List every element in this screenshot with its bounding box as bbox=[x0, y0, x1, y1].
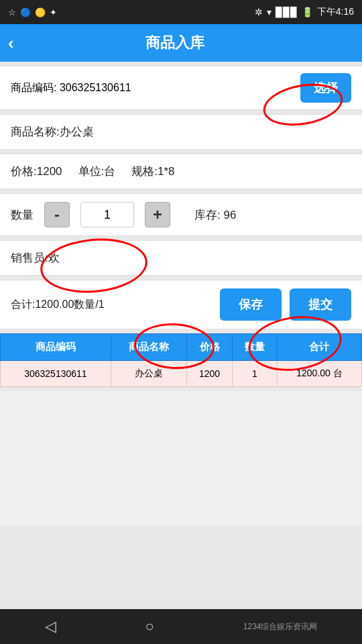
col-header-total: 合计 bbox=[277, 334, 361, 361]
spec-label: 规格:1*8 bbox=[131, 164, 174, 179]
battery-icon: 🔋 bbox=[302, 7, 313, 17]
col-header-price: 价格 bbox=[186, 334, 232, 361]
table-header-row: 商品编码 商品名称 价格 数量 合计 bbox=[1, 334, 362, 361]
bluetooth-icon: ✲ bbox=[255, 7, 263, 17]
col-header-code: 商品编码 bbox=[1, 334, 111, 361]
status-bar: ☆ 🔵 🟡 ✦ ✲ ▾ ▉▉▉ 🔋 下午4:16 bbox=[0, 0, 362, 24]
bottom-nav: ◁ ○ 1234综合娱乐资讯网 bbox=[0, 609, 362, 644]
product-name-label: 商品名称: bbox=[11, 124, 60, 140]
quantity-input[interactable] bbox=[80, 202, 134, 227]
status-left-icons: ☆ 🔵 🟡 ✦ bbox=[8, 7, 57, 17]
cell-qty: 1 bbox=[233, 361, 278, 387]
col-header-qty: 数量 bbox=[233, 334, 278, 361]
status-icon-1: ☆ bbox=[8, 7, 16, 17]
time-display: 下午4:16 bbox=[317, 6, 354, 18]
minus-button[interactable]: - bbox=[44, 202, 70, 227]
product-code-section: 商品编码: 306325130611 选择 bbox=[0, 66, 362, 110]
unit-value: 台 bbox=[104, 165, 115, 178]
cell-total: 1200.00 台 bbox=[277, 361, 361, 387]
cell-price: 1200 bbox=[186, 361, 232, 387]
stock-info: 库存: 96 bbox=[194, 207, 236, 223]
empty-area bbox=[0, 391, 362, 525]
product-name-value: 办公桌 bbox=[60, 124, 351, 140]
stock-value: 96 bbox=[223, 209, 236, 221]
price-label: 价格:1200 bbox=[11, 164, 62, 179]
table-row: 306325130611 办公桌 1200 1 1200.00 台 bbox=[1, 361, 362, 387]
signal-icon: ▉▉▉ bbox=[276, 7, 298, 17]
price-value: 1200 bbox=[37, 165, 62, 178]
page-title: 商品入库 bbox=[25, 33, 326, 53]
home-nav-icon[interactable]: ○ bbox=[145, 618, 154, 635]
status-icon-3: 🟡 bbox=[35, 7, 46, 17]
price-unit-spec-section: 价格:1200 单位:台 规格:1*8 bbox=[0, 154, 362, 189]
col-header-name: 商品名称 bbox=[111, 334, 186, 361]
salesperson-value: 欢 bbox=[48, 250, 351, 266]
quantity-label: 数量 bbox=[11, 207, 34, 223]
select-button[interactable]: 选择 bbox=[300, 73, 351, 103]
salesperson-section: 销售员: 欢 bbox=[0, 240, 362, 276]
app-header: ‹ 商品入库 bbox=[0, 24, 362, 62]
back-button[interactable]: ‹ bbox=[8, 33, 14, 54]
save-button[interactable]: 保存 bbox=[220, 288, 282, 321]
status-icon-2: 🔵 bbox=[20, 7, 31, 17]
total-section: 合计:1200.00数量/1 保存 提交 bbox=[0, 280, 362, 329]
cell-name: 办公桌 bbox=[111, 361, 186, 387]
quantity-section: 数量 - + 库存: 96 bbox=[0, 193, 362, 236]
plus-button[interactable]: + bbox=[145, 202, 170, 227]
status-icon-4: ✦ bbox=[50, 7, 57, 17]
spec-value: 1*8 bbox=[158, 165, 175, 178]
salesperson-label: 销售员: bbox=[11, 250, 48, 266]
submit-button[interactable]: 提交 bbox=[290, 288, 351, 321]
total-display: 合计:1200.00数量/1 bbox=[11, 298, 212, 312]
product-name-section: 商品名称: 办公桌 bbox=[0, 114, 362, 150]
back-nav-icon[interactable]: ◁ bbox=[45, 618, 56, 635]
cell-code: 306325130611 bbox=[1, 361, 111, 387]
product-table: 商品编码 商品名称 价格 数量 合计 306325130611 办公桌 1200… bbox=[0, 333, 362, 387]
product-code-value: 306325130611 bbox=[60, 82, 131, 93]
unit-label: 单位:台 bbox=[78, 164, 116, 179]
status-right-icons: ✲ ▾ ▉▉▉ 🔋 下午4:16 bbox=[255, 6, 354, 18]
watermark-text: 1234综合娱乐资讯网 bbox=[243, 621, 318, 633]
wifi-icon: ▾ bbox=[267, 7, 272, 17]
product-code-label: 商品编码: 306325130611 bbox=[11, 81, 131, 95]
